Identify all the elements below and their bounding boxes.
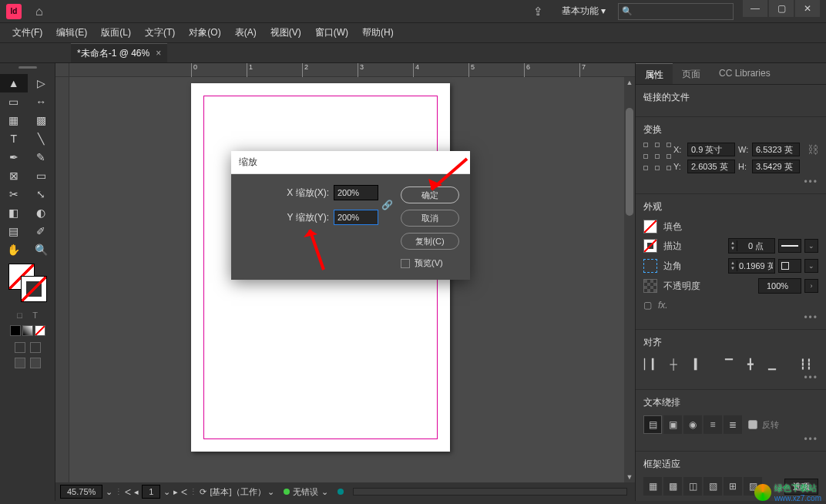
stroke-swatch-icon[interactable] — [21, 276, 47, 302]
preview-check[interactable]: 预览(V) — [401, 257, 459, 269]
menu-view[interactable]: 视图(V) — [264, 23, 307, 42]
line-tool-icon[interactable]: ╲ — [28, 129, 55, 148]
hand-tool-icon[interactable]: ✋ — [0, 240, 28, 259]
wrap-more-icon[interactable]: ••• — [643, 434, 818, 445]
wrap-bbox-icon[interactable]: ▣ — [663, 415, 682, 434]
page-next-icon[interactable]: ▸ — [173, 487, 178, 497]
content-collector-tool-icon[interactable]: ▦ — [0, 111, 28, 129]
tab-pages[interactable]: 页面 — [673, 63, 710, 84]
vertical-scrollbar[interactable]: ▲ ▼ — [624, 77, 635, 482]
align-left-icon[interactable]: ▏▎ — [643, 355, 660, 372]
corner-shape-dropdown[interactable] — [778, 259, 801, 273]
corner-radius-input[interactable]: ▲▼ — [728, 258, 775, 274]
document-tab-close-icon[interactable]: × — [156, 48, 161, 59]
fx-label[interactable]: fx. — [658, 300, 668, 311]
zoom-level-field[interactable]: 45.75% — [60, 485, 102, 499]
preflight-label[interactable]: 无错误 — [293, 486, 318, 498]
align-vcenter-icon[interactable]: ╋ — [742, 355, 759, 372]
fit-frame-icon[interactable]: ▩ — [663, 477, 682, 496]
y-input[interactable] — [687, 160, 735, 173]
fill-swatch-icon[interactable] — [643, 220, 657, 234]
horizontal-ruler[interactable]: 0 1 2 3 4 5 6 7 — [69, 63, 635, 77]
window-close-button[interactable]: ✕ — [795, 0, 820, 17]
view-mode-a-icon[interactable] — [15, 358, 25, 368]
menu-help[interactable]: 帮助(H) — [356, 23, 400, 42]
direct-selection-tool-icon[interactable]: ▷ — [28, 74, 55, 92]
fit-content-icon[interactable]: ▦ — [643, 477, 662, 496]
align-more-icon[interactable]: ••• — [643, 372, 818, 383]
horizontal-scrollbar[interactable] — [353, 488, 627, 496]
page-prev-icon[interactable]: ⵦ — [125, 487, 131, 497]
reference-point-grid[interactable] — [643, 143, 664, 170]
stroke-swatch-icon[interactable] — [643, 239, 657, 253]
content-placer-tool-icon[interactable]: ▩ — [28, 111, 55, 129]
view-mode-b-icon[interactable] — [30, 358, 41, 368]
note-tool-icon[interactable]: ▤ — [0, 222, 28, 240]
workspace-switcher[interactable]: 基本功能 ▾ — [554, 3, 613, 19]
stroke-style-dropdown[interactable] — [778, 239, 801, 253]
rectangle-tool-icon[interactable]: ▭ — [28, 166, 55, 185]
tab-properties[interactable]: 属性 — [636, 63, 673, 84]
ruler-origin-icon[interactable] — [55, 63, 69, 77]
page-prev2-icon[interactable]: ◂ — [134, 487, 139, 497]
normal-mode-icon[interactable] — [15, 342, 25, 353]
window-minimize-button[interactable]: — — [743, 0, 767, 17]
title-search-input[interactable]: 🔍 — [618, 3, 734, 20]
wrap-invert-checkbox[interactable] — [748, 420, 757, 429]
reflow-icon[interactable]: ⟳ — [200, 487, 206, 497]
fit-center-icon[interactable]: ⊞ — [724, 477, 742, 496]
pen-tool-icon[interactable]: ✒ — [0, 148, 28, 166]
pencil-tool-icon[interactable]: ✎ — [28, 148, 55, 166]
master-dropdown-icon[interactable]: ⌄ — [267, 487, 274, 497]
preview-checkbox[interactable] — [401, 259, 410, 268]
master-page-label[interactable]: [基本]（工作） — [210, 486, 265, 498]
gap-tool-icon[interactable]: ↔ — [28, 92, 55, 111]
fit-fill-icon[interactable]: ▧ — [703, 477, 722, 496]
page-dropdown-icon[interactable]: ⌄ — [163, 487, 170, 497]
w-input[interactable] — [752, 143, 800, 156]
align-bottom-icon[interactable]: ▁ — [764, 355, 781, 372]
eyedropper-tool-icon[interactable]: ✐ — [28, 222, 55, 240]
menu-table[interactable]: 表(A) — [229, 23, 263, 42]
fit-proportional-icon[interactable]: ◫ — [683, 477, 702, 496]
menu-edit[interactable]: 编辑(E) — [50, 23, 93, 42]
menu-object[interactable]: 对象(O) — [183, 23, 227, 42]
home-icon[interactable]: ⌂ — [35, 5, 43, 18]
window-maximize-button[interactable]: ▢ — [769, 0, 794, 17]
scroll-up-icon[interactable]: ▲ — [624, 77, 635, 88]
page-tool-icon[interactable]: ▭ — [0, 92, 28, 111]
canvas[interactable] — [69, 77, 635, 482]
constrain-link-icon[interactable]: 🔗 — [381, 200, 393, 210]
stroke-style-chevron-icon[interactable]: ⌄ — [804, 239, 818, 253]
apply-color-icon[interactable] — [10, 325, 21, 336]
distribute-icon[interactable]: ┇┇ — [797, 355, 814, 372]
zoom-dropdown-icon[interactable]: ⌄ — [106, 487, 112, 497]
transform-more-icon[interactable]: ••• — [643, 176, 818, 187]
opacity-chevron-icon[interactable]: › — [804, 279, 818, 293]
free-transform-tool-icon[interactable]: ⤡ — [28, 185, 55, 203]
apply-gradient-icon[interactable] — [22, 325, 33, 336]
format-container-icon[interactable]: □ — [15, 310, 25, 321]
scale-x-input[interactable] — [334, 185, 378, 200]
page-next2-icon[interactable]: ⵦ — [181, 487, 187, 497]
wrap-shape-icon[interactable]: ◉ — [683, 415, 702, 434]
tab-cc-libraries[interactable]: CC Libraries — [710, 63, 780, 84]
h-input[interactable] — [752, 160, 800, 173]
constrain-proportions-icon[interactable]: ⛓ — [808, 143, 818, 156]
toolbox-grip-icon[interactable] — [0, 66, 55, 72]
preview-mode-icon[interactable] — [30, 342, 41, 353]
ok-button[interactable]: 确定 — [401, 186, 459, 203]
apply-none-icon[interactable] — [35, 325, 45, 336]
corner-icon[interactable] — [643, 259, 657, 273]
align-top-icon[interactable]: ▔ — [720, 355, 737, 372]
wrap-jumpnext-icon[interactable]: ≣ — [724, 415, 742, 434]
copy-button[interactable]: 复制(C) — [401, 233, 459, 250]
menu-window[interactable]: 窗口(W) — [309, 23, 354, 42]
fx-chain-icon[interactable]: ▢ — [643, 300, 652, 311]
wrap-invert-check[interactable]: 反转 — [748, 419, 779, 431]
scale-y-input[interactable] — [334, 210, 378, 225]
wrap-jump-icon[interactable]: ≡ — [703, 415, 722, 434]
align-right-icon[interactable]: ▕▎ — [687, 355, 703, 372]
corner-shape-chevron-icon[interactable]: ⌄ — [804, 259, 818, 273]
zoom-tool-icon[interactable]: 🔍 — [28, 240, 55, 259]
